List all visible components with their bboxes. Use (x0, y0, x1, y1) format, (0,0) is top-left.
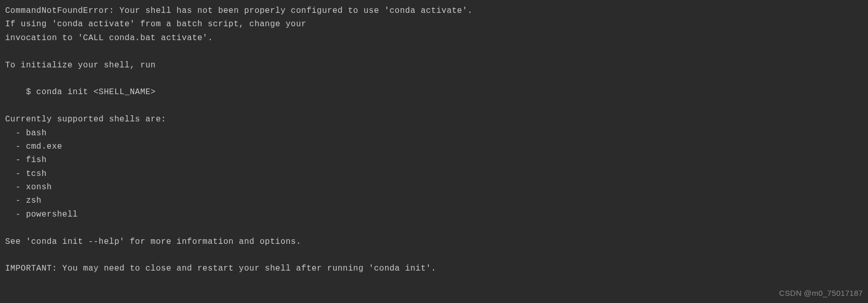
terminal-line: - zsh (5, 196, 42, 205)
terminal-line: See 'conda init --help' for more informa… (5, 237, 301, 246)
terminal-line: - tcsh (5, 169, 47, 179)
terminal-line: - xonsh (5, 183, 52, 192)
terminal-line: CommandNotFoundError: Your shell has not… (5, 6, 473, 15)
terminal-line: - powershell (5, 210, 78, 219)
terminal-line: - bash (5, 129, 47, 138)
terminal-line: invocation to 'CALL conda.bat activate'. (5, 33, 213, 43)
terminal-line: - cmd.exe (5, 142, 62, 151)
terminal-line: Currently supported shells are: (5, 115, 166, 124)
terminal-line: If using 'conda activate' from a batch s… (5, 20, 306, 29)
terminal-output[interactable]: CommandNotFoundError: Your shell has not… (5, 4, 863, 276)
watermark-text: CSDN @m0_75017187 (779, 287, 863, 300)
terminal-line: - fish (5, 155, 47, 165)
terminal-line: $ conda init <SHELL_NAME> (5, 87, 156, 97)
terminal-line: To initialize your shell, run (5, 61, 156, 70)
terminal-line: IMPORTANT: You may need to close and res… (5, 264, 436, 273)
